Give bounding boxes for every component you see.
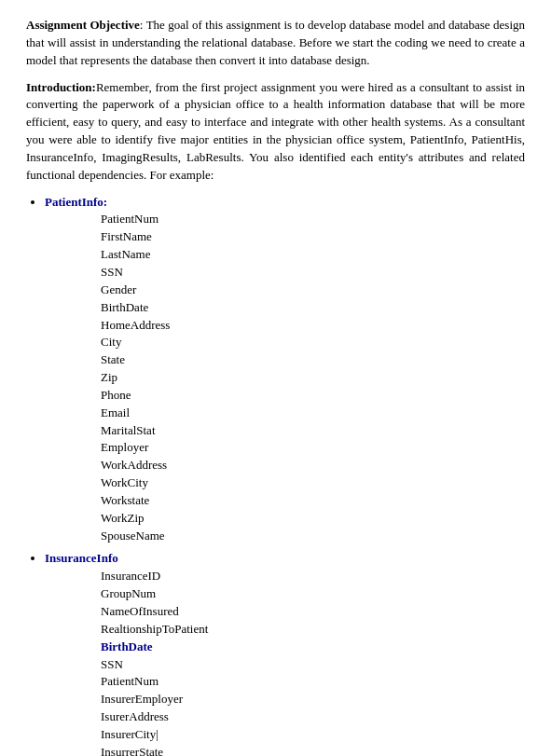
attr-homeaddress: HomeAddress [101, 317, 525, 335]
attr-realtionship: RealtionshipToPatient [101, 621, 525, 639]
patient-info-item: PatientInfo: PatientNum FirstName LastNa… [45, 194, 525, 545]
assignment-objective-label: Assignment Objective [26, 18, 140, 32]
attr-employer: Employer [101, 439, 525, 457]
attr-maritalstat: MaritalStat [101, 422, 525, 440]
attr-nameofinsured: NameOfInsured [101, 603, 525, 621]
attr-zip: Zip [101, 369, 525, 387]
assignment-objective-colon: : [140, 18, 146, 32]
assignment-objective-section: Assignment Objective: The goal of this a… [26, 17, 525, 70]
introduction-section: Introduction:Remember, from the first pr… [26, 79, 525, 185]
attr-email: Email [101, 405, 525, 422]
attr-ssn2: SSN [101, 656, 525, 674]
attr-spousename: SpouseName [101, 528, 525, 545]
patient-info-attrs: PatientNum FirstName LastName SSN Gender… [101, 211, 525, 544]
attr-isureraddress: IsurerAddress [101, 708, 525, 726]
introduction-text: Remember, from the first project assignm… [26, 80, 525, 182]
attr-ssn: SSN [101, 264, 525, 282]
attr-birthdate2: BirthDate [101, 639, 525, 656]
attr-lastname: LastName [101, 246, 525, 264]
patient-info-label: PatientInfo: [45, 195, 107, 209]
insurance-info-attrs: InsuranceID GroupNum NameOfInsured Realt… [101, 568, 525, 756]
attr-workcity: WorkCity [101, 474, 525, 492]
attr-firstname: FirstName [101, 228, 525, 246]
attr-birthdate: BirthDate [101, 299, 525, 317]
attr-patientnum2: PatientNum [101, 673, 525, 691]
insurance-info-label: InsuranceInfo [45, 551, 118, 565]
introduction-label: Introduction: [26, 80, 96, 94]
attr-workzip: WorkZip [101, 510, 525, 528]
attr-workstate: Workstate [101, 492, 525, 510]
attr-insurrerstate: InsurrerState [101, 744, 525, 756]
entity-list: PatientInfo: PatientNum FirstName LastNa… [45, 194, 525, 756]
attr-city: City [101, 334, 525, 351]
attr-state: State [101, 351, 525, 369]
attr-insurercity: InsurerCity| [101, 726, 525, 744]
attr-insuranceid: InsuranceID [101, 568, 525, 585]
attr-patientnum: PatientNum [101, 211, 525, 228]
attr-phone: Phone [101, 387, 525, 405]
attr-groupnum: GroupNum [101, 585, 525, 603]
attr-workaddress: WorkAddress [101, 457, 525, 474]
attr-insureremployer: InsurerEmployer [101, 691, 525, 708]
attr-gender: Gender [101, 282, 525, 299]
insurance-info-item: InsuranceInfo InsuranceID GroupNum NameO… [45, 550, 525, 756]
